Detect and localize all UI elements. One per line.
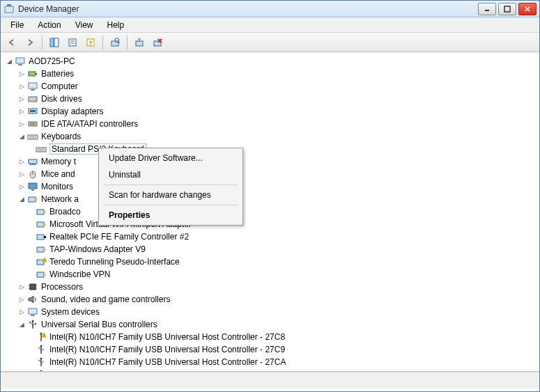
tree-network[interactable]: ◢ Network a — [2, 193, 538, 205]
tree-usb[interactable]: ◢ Universal Serial Bus controllers — [2, 318, 538, 331]
close-button[interactable] — [518, 3, 537, 15]
tree-label: Broadco — [49, 207, 81, 217]
keyboard-icon — [36, 143, 47, 155]
tree-net-tap[interactable]: TAP-Windows Adapter V9 — [2, 243, 538, 256]
device-tree-pane[interactable]: ◢ AOD725-PC ▷ Batteries ▷ Computer ▷ Dis… — [1, 52, 539, 372]
tree-label: TAP-Windows Adapter V9 — [49, 244, 146, 254]
svg-rect-30 — [29, 122, 37, 126]
svg-rect-6 — [50, 38, 54, 47]
collapse-icon[interactable]: ◢ — [5, 57, 13, 65]
menu-file[interactable]: File — [3, 19, 31, 31]
help-button[interactable]: ? — [82, 35, 99, 50]
collapse-icon[interactable]: ◢ — [17, 132, 26, 141]
update-driver-button[interactable] — [131, 35, 148, 50]
tree-net-realtek[interactable]: Realtek PCIe FE Family Controller #2 — [2, 230, 538, 243]
tree-system[interactable]: ▷ System devices — [2, 306, 538, 318]
back-button[interactable] — [3, 35, 20, 50]
menu-action[interactable]: Action — [31, 19, 68, 31]
svg-rect-33 — [28, 135, 38, 139]
tree-mice[interactable]: ▷ Mice and — [2, 168, 538, 180]
computer-icon — [27, 81, 38, 92]
tree-usb-item[interactable]: ! Intel(R) N10/ICH7 Family USB Universal… — [2, 331, 538, 343]
expand-icon[interactable]: ▷ — [17, 308, 26, 316]
svg-rect-41 — [32, 164, 33, 165]
forward-button[interactable] — [22, 35, 38, 50]
sound-icon — [27, 294, 38, 305]
tree-monitors[interactable]: ▷ Monitors — [2, 180, 538, 193]
tree-label: System devices — [41, 307, 100, 317]
tree-net-broadcom[interactable]: Broadco — [2, 205, 538, 218]
tree-net-virtual[interactable]: Microsoft Virtual WiFi Miniport Adapter — [2, 218, 538, 230]
tree-label: Computer — [41, 81, 78, 91]
expand-icon[interactable]: ▷ — [17, 82, 26, 91]
tree-batteries[interactable]: ▷ Batteries — [2, 68, 538, 80]
expand-icon[interactable]: ▷ — [17, 120, 26, 128]
minimize-button[interactable] — [478, 3, 496, 15]
tree-label: Keyboards — [41, 132, 81, 141]
status-bar — [1, 372, 539, 389]
expand-icon[interactable]: ▷ — [17, 295, 26, 304]
menu-help[interactable]: Help — [100, 19, 132, 31]
svg-rect-52 — [44, 224, 46, 226]
tree-label: Batteries — [41, 69, 74, 79]
tree-label: Disk drives — [41, 94, 82, 104]
ctx-scan[interactable]: Scan for hardware changes — [100, 187, 241, 203]
uninstall-button[interactable] — [149, 35, 166, 50]
expand-icon[interactable]: ▷ — [17, 107, 26, 116]
toolbar: ? — [1, 33, 539, 52]
tree-keyboards[interactable]: ◢ Keyboards — [2, 130, 538, 143]
tree-usb-item[interactable]: Intel(R) N10/ICH7 Family USB Universal H… — [2, 343, 538, 356]
expand-icon[interactable]: ▷ — [17, 157, 26, 166]
expand-icon[interactable]: ▷ — [17, 182, 26, 191]
memory-icon — [27, 156, 38, 167]
battery-icon — [27, 68, 38, 79]
svg-rect-22 — [29, 72, 36, 76]
tree-label: IDE ATA/ATAPI controllers — [41, 119, 138, 129]
menu-view[interactable]: View — [68, 19, 100, 31]
tree-label: Realtek PCIe FE Family Controller #2 — [49, 232, 189, 242]
expand-icon[interactable]: ▷ — [17, 170, 26, 178]
processor-icon — [27, 281, 38, 292]
tree-disk-drives[interactable]: ▷ Disk drives — [2, 93, 538, 105]
tree-label: Windscribe VPN — [49, 269, 110, 279]
tree-label: Teredo Tunneling Pseudo-Interface — [49, 257, 180, 267]
svg-rect-7 — [54, 38, 59, 47]
collapse-icon[interactable]: ◢ — [17, 195, 26, 203]
tree-memory[interactable]: ▷ Memory t — [2, 155, 538, 168]
system-device-icon — [27, 306, 38, 317]
tree-net-teredo[interactable]: ! Teredo Tunneling Pseudo-Interface — [2, 256, 538, 268]
scan-hardware-button[interactable] — [107, 35, 123, 50]
svg-point-81 — [40, 358, 43, 360]
tree-ide[interactable]: ▷ IDE ATA/ATAPI controllers — [2, 118, 538, 130]
collapse-icon[interactable]: ◢ — [17, 320, 26, 329]
ctx-update-driver[interactable]: Update Driver Software... — [100, 150, 241, 166]
ctx-uninstall[interactable]: Uninstall — [100, 166, 241, 183]
tree-processors[interactable]: ▷ Processors — [2, 281, 538, 293]
svg-marker-67 — [29, 296, 33, 303]
tree-net-windscribe[interactable]: Windscribe VPN — [2, 268, 538, 281]
keyboard-icon — [27, 131, 38, 142]
svg-rect-60 — [37, 272, 44, 277]
expand-icon[interactable]: ▷ — [17, 95, 26, 103]
maximize-button[interactable] — [498, 3, 516, 15]
tree-usb-item[interactable]: Intel(R) N10/ICH7 Family USB Universal H… — [2, 356, 538, 368]
properties-button[interactable] — [64, 35, 81, 50]
svg-point-83 — [40, 370, 43, 373]
show-hide-console-tree-button[interactable] — [46, 35, 63, 50]
svg-rect-48 — [36, 198, 38, 201]
tree-usb-item[interactable]: Intel(R) N10/ICH7 Family USB Universal H… — [2, 368, 538, 372]
tree-label: Intel(R) N10/ICH7 Family USB Universal H… — [49, 357, 286, 367]
tree-computer[interactable]: ▷ Computer — [2, 80, 538, 93]
tree-label: Network a — [41, 194, 79, 204]
svg-rect-24 — [29, 83, 37, 88]
tree-standard-keyboard[interactable]: Standard PS/2 Keyboard — [2, 143, 538, 155]
network-adapter-icon — [36, 244, 47, 255]
tree-display-adapters[interactable]: ▷ Display adapters — [2, 105, 538, 118]
network-adapter-icon — [36, 269, 47, 280]
tree-sound[interactable]: ▷ Sound, video and game controllers — [2, 293, 538, 306]
expand-icon[interactable]: ▷ — [17, 70, 26, 78]
tree-root[interactable]: ◢ AOD725-PC — [2, 55, 538, 68]
expand-icon[interactable]: ▷ — [17, 283, 26, 291]
ctx-properties[interactable]: Properties — [100, 207, 241, 224]
usb-icon — [36, 356, 47, 368]
